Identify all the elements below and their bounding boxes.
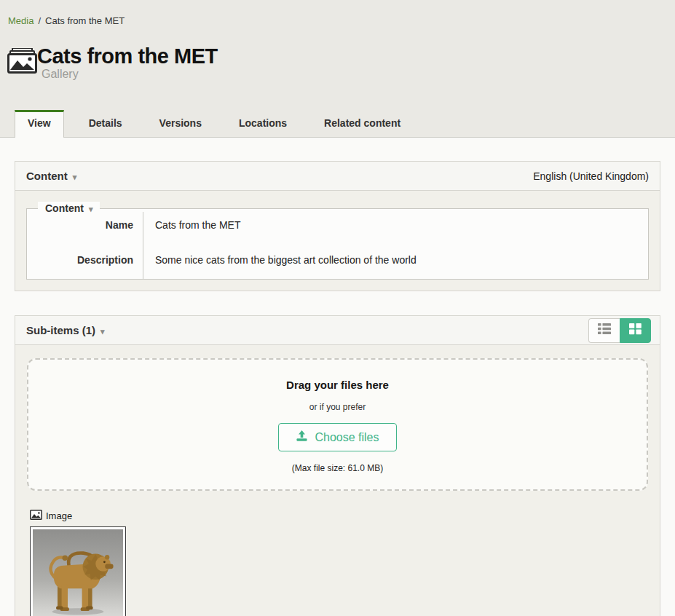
media-item-type: Image: [30, 510, 649, 522]
max-file-size-note: (Max file size: 61.0 MB): [43, 463, 632, 473]
content-fieldset: Content▾ Name Cats from the MET Descript…: [26, 202, 649, 280]
tab-bar: View Details Versions Locations Related …: [0, 110, 675, 138]
choose-files-button[interactable]: Choose files: [278, 423, 396, 451]
tab-view[interactable]: View: [15, 110, 64, 138]
subitems-section-title-text: Sub-items (1): [26, 324, 95, 336]
image-icon: [30, 510, 42, 522]
page-title: Cats from the MET: [37, 45, 218, 67]
subitems-section-body: Drag your files here or if you prefer Ch…: [15, 345, 660, 616]
content-section-body: Content▾ Name Cats from the MET Descript…: [15, 191, 660, 291]
main-content: Content▾ English (United Kingdom) Conten…: [0, 138, 675, 616]
subitems-section-header: Sub-items (1)▾: [15, 316, 660, 345]
content-section-header: Content▾ English (United Kingdom): [15, 162, 660, 191]
content-section-title-text: Content: [26, 170, 68, 182]
media-item-type-label: Image: [46, 510, 72, 521]
subitems-section-title: Sub-items (1)▾: [26, 324, 105, 336]
field-value-name: Cats from the MET: [143, 212, 648, 240]
tab-details[interactable]: Details: [76, 111, 135, 137]
field-row-description: Description Some nice cats from the bigg…: [27, 240, 648, 279]
dropzone-subtitle: or if you prefer: [43, 402, 632, 412]
media-item-thumbnail[interactable]: [30, 526, 126, 616]
field-row-name: Name Cats from the MET: [27, 212, 648, 240]
list-view-button[interactable]: [588, 318, 620, 343]
tab-locations[interactable]: Locations: [226, 111, 299, 137]
choose-files-label: Choose files: [315, 431, 379, 444]
content-fieldset-legend-text: Content: [45, 202, 84, 214]
content-section-title: Content▾: [26, 170, 76, 182]
content-fieldset-legend: Content▾: [38, 202, 100, 215]
field-label-description: Description: [27, 240, 143, 279]
breadcrumb: Media/Cats from the MET: [0, 0, 675, 26]
lion-photo: [33, 529, 123, 616]
list-view-icon: [597, 323, 612, 338]
file-dropzone[interactable]: Drag your files here or if you prefer Ch…: [27, 358, 648, 491]
grid-view-button[interactable]: [620, 318, 651, 343]
subitems-section: Sub-items (1)▾: [15, 315, 660, 616]
breadcrumb-separator: /: [38, 15, 41, 26]
language-indicator: English (United Kingdom): [533, 170, 649, 182]
content-section: Content▾ English (United Kingdom) Conten…: [15, 161, 660, 291]
field-table: Name Cats from the MET Description Some …: [27, 212, 648, 279]
dropzone-title: Drag your files here: [43, 379, 632, 391]
tab-versions[interactable]: Versions: [147, 111, 214, 137]
tab-related-content[interactable]: Related content: [312, 111, 413, 137]
view-toggle: [588, 318, 651, 343]
caret-down-icon[interactable]: ▾: [73, 173, 77, 181]
breadcrumb-current: Cats from the MET: [45, 15, 125, 26]
field-value-description: Some nice cats from the biggest art coll…: [143, 240, 648, 279]
caret-down-icon[interactable]: ▾: [100, 327, 105, 336]
grid-view-icon: [628, 323, 642, 338]
title-block: Cats from the MET Gallery: [37, 45, 218, 81]
page-header: Cats from the MET Gallery: [7, 45, 668, 81]
content-type-label: Gallery: [42, 68, 218, 81]
field-label-name: Name: [27, 212, 143, 240]
caret-down-icon[interactable]: ▾: [89, 205, 93, 213]
upload-icon: [296, 430, 308, 445]
breadcrumb-link-media[interactable]: Media: [8, 15, 33, 26]
gallery-icon: [7, 48, 37, 76]
lion-sculpture-image: [37, 540, 119, 616]
